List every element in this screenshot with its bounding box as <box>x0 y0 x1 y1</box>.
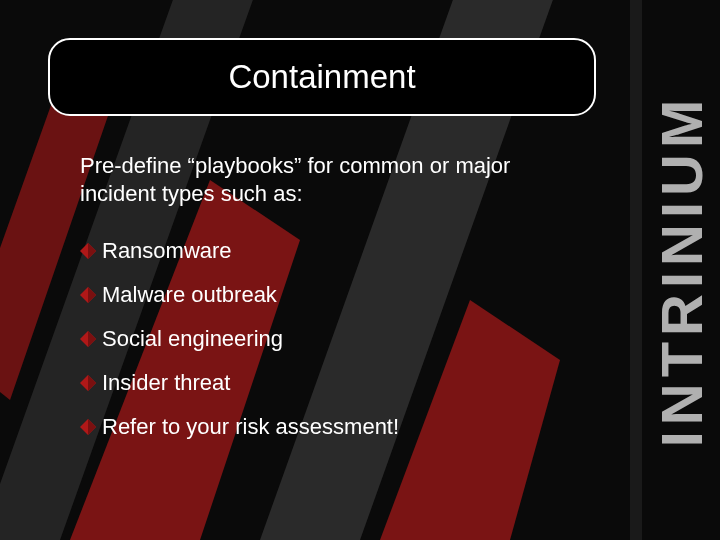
list-item-label: Ransomware <box>102 238 232 264</box>
svg-marker-7 <box>88 243 96 259</box>
intro-text: Pre-define “playbooks” for common or maj… <box>80 152 560 207</box>
title-container: Containment <box>48 38 596 116</box>
bullet-list: Ransomware Malware outbreak Social engin… <box>80 238 399 458</box>
list-item: Ransomware <box>80 238 399 264</box>
list-item-label: Insider threat <box>102 370 230 396</box>
diamond-bullet-icon <box>80 287 96 303</box>
brand-sidebar: INTRINIUM <box>652 20 712 520</box>
diamond-bullet-icon <box>80 419 96 435</box>
svg-marker-9 <box>88 287 96 303</box>
list-item-label: Social engineering <box>102 326 283 352</box>
diamond-bullet-icon <box>80 243 96 259</box>
list-item: Malware outbreak <box>80 282 399 308</box>
svg-marker-13 <box>88 375 96 391</box>
diamond-bullet-icon <box>80 331 96 347</box>
slide-title: Containment <box>228 58 415 96</box>
svg-marker-11 <box>88 331 96 347</box>
list-item-label: Refer to your risk assessment! <box>102 414 399 440</box>
list-item: Insider threat <box>80 370 399 396</box>
list-item: Refer to your risk assessment! <box>80 414 399 440</box>
diamond-bullet-icon <box>80 375 96 391</box>
list-item: Social engineering <box>80 326 399 352</box>
brand-text: INTRINIUM <box>649 93 716 447</box>
svg-rect-5 <box>630 0 642 540</box>
list-item-label: Malware outbreak <box>102 282 277 308</box>
svg-marker-15 <box>88 419 96 435</box>
